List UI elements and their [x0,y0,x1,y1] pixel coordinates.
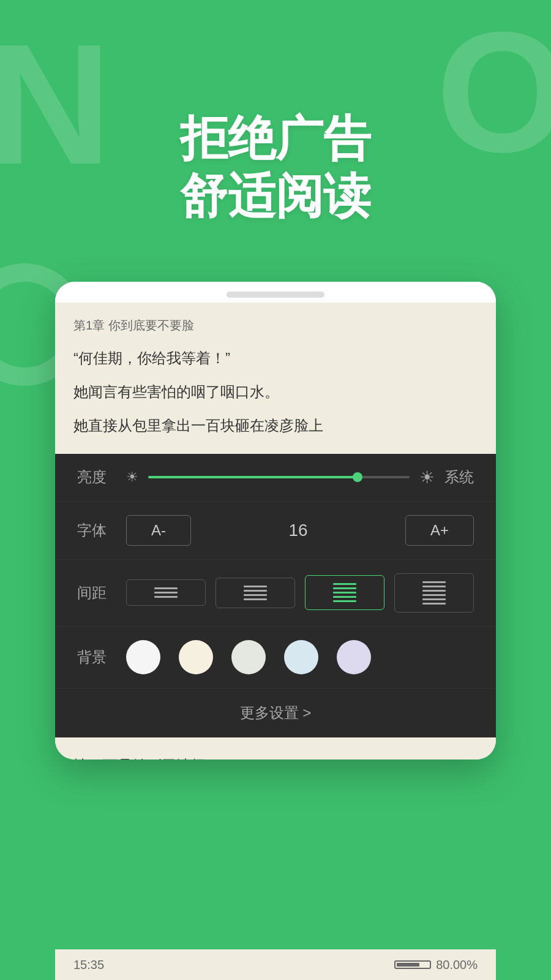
status-time: 15:35 [73,958,104,972]
sl [333,596,356,598]
spacing-lines-1 [154,587,178,598]
status-bar: 15:35 80.00% [55,949,496,980]
bg-white[interactable] [126,640,160,674]
reading-content-bottom: 情，可是她别无选择。 他不爱自己，甚至还厌恶自己，她除了变得更加恶劣以外，根本没… [55,737,496,760]
battery-fill [397,963,419,967]
reading-text-bottom: 情，可是她别无选择。 他不爱自己，甚至还厌恶自己，她除了变得更加恶劣以外，根本没… [73,752,478,760]
brightness-thumb [353,472,362,482]
bg-gray-green[interactable] [231,640,266,674]
bg-controls [126,640,474,674]
brightness-controls: ☀ ☀ [126,467,435,488]
sl [244,594,267,596]
font-increase-button[interactable]: A+ [405,515,474,546]
spacing-btn-3[interactable] [305,575,384,610]
system-label: 系统 [444,467,474,487]
spacing-btn-2[interactable] [216,578,295,608]
sl [333,592,356,594]
sl [244,590,267,592]
sl [422,590,446,592]
bg-purple[interactable] [337,640,371,674]
spacing-lines-2 [244,586,267,600]
font-row: 字体 A- 16 A+ [55,502,496,560]
brightness-slider[interactable] [148,476,410,478]
phone-top-bar [55,282,496,303]
paragraph-3: 她直接从包里拿出一百块砸在凌彦脸上 [73,412,478,439]
more-settings-label: 更多设置 > [240,703,312,723]
bg-row: 背景 [55,627,496,688]
battery-percent: 80.00% [436,958,478,972]
spacing-label: 间距 [77,583,126,603]
chapter-title: 第1章 你到底要不要脸 [73,317,478,334]
sl [422,594,446,596]
font-decrease-button[interactable]: A- [126,515,191,546]
sl [422,586,446,587]
sl [422,598,446,600]
spacing-controls [126,573,474,612]
font-size-value: 16 [288,521,307,540]
brightness-fill [148,476,358,478]
settings-panel: 亮度 ☀ ☀ 系统 字体 A- 16 A+ 间距 [55,454,496,737]
font-label: 字体 [77,521,126,540]
bg-warm[interactable] [179,640,213,674]
sl [154,587,178,589]
hero-title: 拒绝广告 舒适阅读 [0,110,551,225]
bottom-para-1: 情，可是她别无选择。 [73,752,478,760]
sl [154,592,178,594]
reading-text-top: “何佳期，你给我等着！” 她闻言有些害怕的咽了咽口水。 她直接从包里拿出一百块砸… [73,345,478,439]
battery-area: 80.00% [394,958,478,972]
sl [244,598,267,600]
reading-content-top: 第1章 你到底要不要脸 “何佳期，你给我等着！” 她闻言有些害怕的咽了咽口水。 … [55,303,496,454]
phone-notch [227,292,324,298]
sl [333,600,356,602]
more-settings-button[interactable]: 更多设置 > [55,688,496,737]
sl [244,586,267,587]
paragraph-2: 她闻言有些害怕的咽了咽口水。 [73,379,478,405]
bg-label: 背景 [77,647,126,667]
brightness-label: 亮度 [77,467,126,487]
spacing-lines-4 [422,581,446,605]
hero-line1: 拒绝广告 [0,110,551,168]
brightness-low-icon: ☀ [126,469,138,485]
spacing-btn-1[interactable] [126,579,206,606]
sl [422,581,446,583]
brightness-row: 亮度 ☀ ☀ 系统 [55,454,496,502]
phone-mockup: 第1章 你到底要不要脸 “何佳期，你给我等着！” 她闻言有些害怕的咽了咽口水。 … [55,282,496,760]
spacing-btn-4[interactable] [394,573,474,612]
spacing-row: 间距 [55,560,496,627]
paragraph-1: “何佳期，你给我等着！” [73,345,478,371]
sl [154,596,178,598]
sl [422,603,446,605]
sl [333,583,356,585]
hero-line2: 舒适阅读 [0,168,551,225]
brightness-high-icon: ☀ [419,467,435,488]
font-controls: A- 16 A+ [126,515,474,546]
battery-bar [394,960,431,969]
spacing-lines-3 [333,583,356,602]
sl [333,587,356,589]
bg-blue[interactable] [284,640,318,674]
